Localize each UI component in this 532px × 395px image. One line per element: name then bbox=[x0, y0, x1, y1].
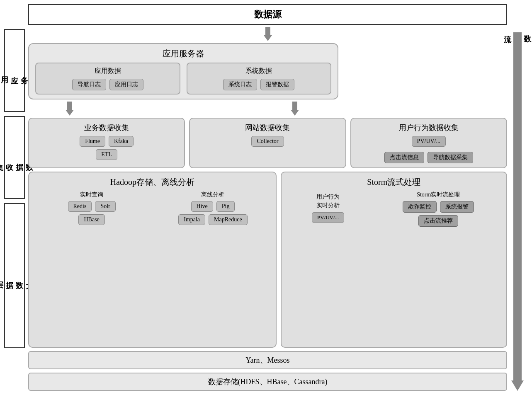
tag-pig: Pig bbox=[216, 201, 235, 212]
user-collection-box: 用户行为数据收集 PV/UV/... 点击流信息 导航数据采集 bbox=[350, 118, 507, 168]
yarn-bar: Yarn、Messos bbox=[28, 351, 507, 369]
tag-click-info: 点击流信息 bbox=[384, 152, 424, 163]
yewu-label: 业务应用层 bbox=[4, 29, 25, 112]
dada-label: 大数据层 bbox=[4, 203, 25, 348]
web-collection-title: 网站数据收集 bbox=[194, 123, 341, 133]
storm-user-line1: 用户行为 bbox=[316, 194, 340, 200]
storm-box: Storm流式处理 用户行为 实时分析 PV/UV/... Stor bbox=[281, 172, 507, 348]
hadoop-box: Hadoop存储、离线分析 实时查询 Redis Solr bbox=[28, 172, 277, 348]
shuju-label: 数据收集 bbox=[4, 116, 25, 199]
tag-collector: Collector bbox=[251, 136, 284, 147]
tag-nav-log: 导航日志 bbox=[72, 79, 106, 90]
sys-data-box: 系统数据 系统日志 报警数据 bbox=[187, 63, 332, 95]
hadoop-title: Hadoop存储、离线分析 bbox=[33, 177, 272, 188]
app-data-tags: 导航日志 应用日志 bbox=[40, 79, 175, 90]
app-data-box: 应用数据 导航日志 应用日志 bbox=[35, 63, 180, 95]
app-server-box: 应用服务器 应用数据 导航日志 应用日志 系统数据 系统日志 报警数据 bbox=[28, 43, 338, 99]
storm-process-title: Storm实时流处理 bbox=[375, 191, 502, 199]
tag-sys-alert: 系统报警 bbox=[440, 201, 474, 213]
datasource-header: 数据源 bbox=[28, 4, 507, 25]
tag-alert-data: 报警数据 bbox=[260, 79, 294, 90]
left-labels: 业务应用层 数据收集 大数据层 bbox=[4, 4, 25, 391]
tag-pvuv-storm: PV/UV/... bbox=[312, 212, 344, 223]
tag-etl: ETL bbox=[96, 149, 117, 160]
tag-app-log: 应用日志 bbox=[109, 79, 143, 90]
content-area: 数据源 应用服务器 应用数据 导航日志 应用日志 bbox=[28, 4, 507, 391]
arrow-app-to-web bbox=[291, 102, 299, 116]
tag-mapreduce: MapReduce bbox=[209, 214, 248, 225]
tag-hbase: HBase bbox=[78, 214, 104, 225]
bigdata-inner: Hadoop存储、离线分析 实时查询 Redis Solr bbox=[28, 172, 507, 348]
realtime-section: 实时查询 Redis Solr HBase bbox=[33, 191, 150, 225]
dataflow-arrow bbox=[511, 32, 524, 391]
storm-title: Storm流式处理 bbox=[286, 177, 502, 188]
tag-sys-log: 系统日志 bbox=[223, 79, 257, 90]
biz-collection-title: 业务数据收集 bbox=[33, 123, 180, 133]
arrow-app-to-biz bbox=[66, 102, 74, 116]
tag-kfaka: Kfaka bbox=[109, 136, 134, 147]
offline-section: 离线分析 Hive Pig Impala MapReduce bbox=[154, 191, 271, 225]
user-collection-title: 用户行为数据收集 bbox=[355, 123, 502, 133]
storm-user-line2: 实时分析 bbox=[316, 202, 340, 208]
realtime-title: 实时查询 bbox=[33, 191, 150, 199]
storm-user-analysis: 用户行为 实时分析 PV/UV/... bbox=[286, 191, 371, 227]
tag-click-recommend: 点击流推荐 bbox=[418, 215, 458, 227]
bigdata-row: Hadoop存储、离线分析 实时查询 Redis Solr bbox=[28, 172, 507, 391]
tag-redis: Redis bbox=[68, 201, 92, 212]
tag-nav-data: 导航数据采集 bbox=[428, 152, 473, 163]
app-server-title: 应用服务器 bbox=[35, 48, 331, 59]
storage-bar: 数据存储(HDFS、HBase、Cassandra) bbox=[28, 373, 507, 391]
tag-pvuv-collection: PV/UV/... bbox=[412, 136, 446, 147]
tag-impala: Impala bbox=[178, 214, 205, 225]
arrow-datasource-to-appserver bbox=[264, 27, 272, 41]
sys-data-title: 系统数据 bbox=[192, 67, 327, 75]
sys-data-tags: 系统日志 报警数据 bbox=[192, 79, 327, 90]
right-arrow-column: 数据流 bbox=[507, 4, 528, 391]
tag-flume: Flume bbox=[80, 136, 105, 147]
storm-process-section: Storm实时流处理 欺诈监控 系统报警 点击流推荐 bbox=[375, 191, 502, 227]
tag-solr: Solr bbox=[95, 201, 115, 212]
collection-row: 业务数据收集 Flume Kfaka ETL 网站数据收集 Collector bbox=[28, 118, 507, 168]
biz-collection-box: 业务数据收集 Flume Kfaka ETL bbox=[28, 118, 185, 168]
tag-hive: Hive bbox=[191, 201, 213, 212]
offline-title: 离线分析 bbox=[154, 191, 271, 199]
tag-fraud: 欺诈监控 bbox=[403, 201, 437, 213]
web-collection-box: 网站数据收集 Collector bbox=[189, 118, 346, 168]
app-data-title: 应用数据 bbox=[40, 67, 175, 75]
